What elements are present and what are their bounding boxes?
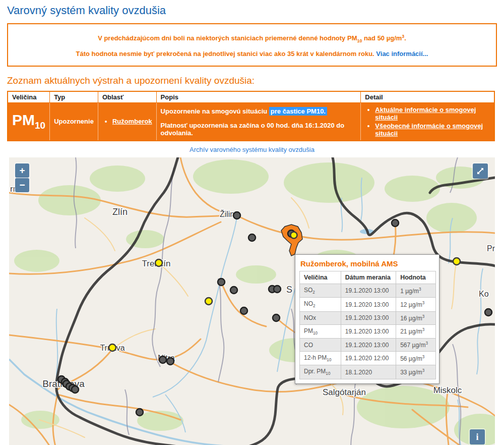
popup-row: 12-h PM1019.1.2020 12:0056 µg/m3 [300, 352, 436, 365]
popup-col-datum: Dátum merania [341, 271, 396, 284]
col-header-oblast: Oblasť [98, 91, 156, 103]
info-control: i [469, 428, 486, 445]
popup-value: 16 µg/m3 [396, 311, 436, 324]
col-header-velicina: Veličina [8, 91, 50, 103]
popup-date: 19.1.2020 13:00 [341, 284, 396, 297]
col-header-detail: Detail [361, 91, 494, 103]
popup-row: PM1019.1.2020 13:0021 µg/m3 [300, 324, 436, 338]
popup-value: 21 µg/m3 [396, 324, 436, 338]
station-marker-yellow[interactable] [291, 232, 297, 238]
popup-date: 18.1.2020 [341, 365, 396, 379]
station-marker-yellow[interactable] [453, 258, 460, 265]
alert-description-highlight: pre častice PM10. [269, 107, 327, 116]
zoom-controls: + − [14, 162, 30, 193]
popup-col-hodnota: Hodnota [396, 271, 436, 284]
more-info-link[interactable]: Viac informácií... [376, 50, 428, 58]
alerts-section-heading: Zoznam aktuálnych výstrah a upozornení k… [7, 75, 504, 86]
popup-value: 1 µg/m3 [396, 284, 436, 297]
detail-link-general-info[interactable]: Všeobecné informácie o smogovej situácii [375, 122, 483, 137]
station-marker-dark[interactable] [248, 234, 256, 241]
popup-title: Ružomberok, mobilná AMS [295, 255, 439, 271]
station-marker-yellow[interactable] [109, 344, 116, 351]
popup-row: SO219.1.2020 13:001 µg/m3 [300, 284, 436, 297]
alert-area-cell: Ružomberok [98, 102, 156, 141]
popup-row: NO219.1.2020 13:0012 µg/m3 [300, 298, 436, 311]
map-city-label: Salgótarján [323, 387, 366, 397]
archive-link[interactable]: Archív varovného systému kvality ovzduši… [0, 146, 504, 153]
alert-description-cell: Upozornenie na smogovú situáciu pre čast… [156, 102, 361, 141]
popup-value: 567 µg/m3 [396, 339, 436, 352]
popup-quantity: SO2 [300, 284, 341, 297]
col-header-typ: Typ [50, 91, 98, 103]
map-city-label: Ko [479, 290, 489, 298]
zoom-out-button[interactable]: − [15, 178, 29, 192]
alerts-table: Veličina Typ Oblasť Popis Detail PM10 Up… [7, 91, 495, 141]
popup-row: CO19.1.2020 13:00567 µg/m3 [300, 339, 436, 352]
popup-date: 19.1.2020 12:00 [341, 352, 396, 365]
alert-detail-cell: Aktuálne informácie o smogovej situácii … [361, 102, 494, 141]
popup-quantity: Dpr. PM10 [300, 365, 341, 379]
alert-type-cell: Upozornenie [50, 102, 98, 141]
station-marker-dark[interactable] [392, 219, 399, 227]
station-marker-dark[interactable] [485, 309, 492, 316]
station-marker-dark[interactable] [240, 307, 247, 314]
info-button[interactable]: i [470, 429, 485, 444]
station-marker-dark[interactable] [230, 287, 237, 294]
warning-banner: V predchádzajúcom dni boli na niektorých… [7, 23, 497, 67]
station-marker-dark[interactable] [72, 386, 79, 393]
popup-table: Veličina Dátum merania Hodnota SO219.1.2… [299, 271, 436, 379]
station-marker-dark[interactable] [167, 358, 174, 365]
alerts-table-header-row: Veličina Typ Oblasť Popis Detail [8, 91, 494, 103]
fullscreen-button[interactable] [473, 163, 488, 179]
alert-description-line1: Upozornenie na smogovú situáciu pre čast… [161, 107, 357, 115]
popup-col-velicina: Veličina [300, 271, 341, 284]
station-marker-dark[interactable] [218, 279, 225, 286]
fullscreen-arrow-icon [476, 167, 484, 175]
station-popup: Ružomberok, mobilná AMS Veličina Dátum m… [295, 254, 439, 384]
station-marker-dark[interactable] [233, 212, 240, 219]
popup-quantity: CO [300, 339, 341, 352]
popup-date: 19.1.2020 13:00 [341, 339, 396, 352]
station-marker-yellow[interactable] [205, 298, 212, 305]
station-marker-yellow[interactable] [155, 259, 162, 266]
air-quality-map[interactable]: rnoZlínŽilinaTrenčínTrnavaNitraBratislav… [9, 157, 495, 445]
alert-quantity: PM10 [12, 112, 45, 128]
col-header-popis: Popis [156, 91, 361, 103]
station-marker-dark[interactable] [274, 286, 281, 293]
popup-quantity: 12-h PM10 [300, 352, 341, 365]
station-marker-dark[interactable] [273, 314, 280, 321]
station-marker-dark[interactable] [136, 409, 143, 416]
popup-row: Dpr. PM1018.1.202033 µg/m3 [300, 365, 436, 379]
warning-line-1: V predchádzajúcom dni boli na niektorých… [13, 30, 491, 47]
alert-description-line2: Platnosť upozornenia sa začína o 00 hod.… [161, 122, 357, 137]
popup-date: 19.1.2020 13:00 [341, 298, 396, 311]
page-title: Varovný systém kvality ovzdušia [7, 4, 504, 17]
map-city-label: Pre [487, 244, 495, 253]
popup-value: 12 µg/m3 [396, 298, 436, 311]
map-city-label: S [286, 285, 292, 295]
popup-row: NOx19.1.2020 13:0016 µg/m3 [300, 311, 436, 324]
popup-table-body: SO219.1.2020 13:001 µg/m3NO219.1.2020 13… [300, 284, 436, 379]
station-marker-dark[interactable] [159, 356, 166, 363]
popup-quantity: NOx [300, 311, 341, 324]
zoom-in-button[interactable]: + [15, 163, 29, 178]
popup-quantity: PM10 [300, 324, 341, 338]
popup-value: 56 µg/m3 [396, 352, 436, 365]
popup-header-row: Veličina Dátum merania Hodnota [300, 271, 436, 284]
popup-value: 33 µg/m3 [396, 365, 436, 379]
map-city-label: Zlín [112, 207, 128, 217]
warning-line-2: Táto hodnota nesmie byť prekročená na je… [13, 47, 491, 61]
map-city-label: Miskolc [433, 385, 462, 395]
area-link-ruzomberok[interactable]: Ružomberok [112, 118, 152, 125]
fullscreen-control [472, 162, 489, 180]
popup-date: 19.1.2020 13:00 [341, 324, 396, 338]
alert-row: PM10 Upozornenie Ružomberok Upozornenie … [8, 102, 494, 141]
popup-quantity: NO2 [300, 298, 341, 311]
alert-quantity-cell: PM10 [8, 102, 50, 141]
popup-date: 19.1.2020 13:00 [341, 311, 396, 324]
detail-link-current-info[interactable]: Aktuálne informácie o smogovej situácii [375, 106, 476, 121]
